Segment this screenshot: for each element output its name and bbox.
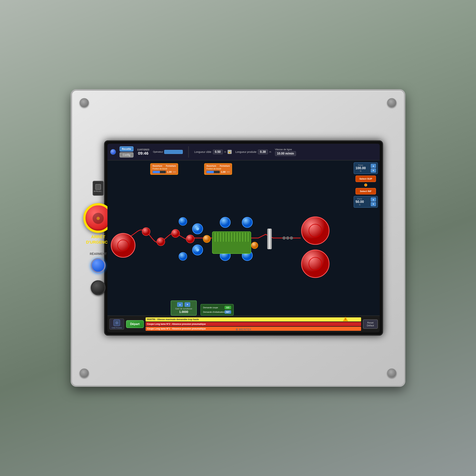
black-button[interactable] (91, 280, 106, 295)
svg-point-4 (157, 238, 165, 246)
ctrl-box-1-close-label: Fermeture (166, 165, 176, 167)
right-panel: Force 100.00 N ▲ ▼ Select SUP (354, 162, 378, 208)
svg-point-3 (142, 228, 150, 236)
bolt-bottom-right (387, 369, 396, 378)
svg-point-43 (290, 237, 293, 239)
force-sup-arrows: ▲ ▼ (371, 164, 376, 172)
demande-init-label: Demande d'initialisation (203, 311, 225, 313)
demand-gain-area: ▲ ▼ Gain de survitesse 1.0000 Demande co… (171, 301, 234, 316)
warning-exclamation: ! (345, 318, 346, 320)
ctrl-box-1-position-label: Position de travail (153, 168, 176, 170)
select-sup-button[interactable]: Select SUP (356, 175, 376, 182)
longueur-cible-unit: m (224, 151, 226, 153)
warning-icon-container: ! (343, 317, 348, 321)
lock-icon: 🔒 (228, 150, 232, 154)
ctrl-box-2: Ouverture Fermeture Position de travail … (204, 163, 232, 175)
vitesse-ligne-value: 10.00 m/min (275, 151, 296, 156)
estop-label: ARRÊT D'URGENCE (86, 234, 110, 245)
svg-point-5 (171, 229, 180, 238)
longueur-cible-box: Longueur cible 0.50 m 🔒 (194, 150, 232, 154)
ctrl-box-2-value: 1.00 (221, 170, 225, 173)
force-sup-box: Force 100.00 N ▲ ▼ (354, 162, 378, 174)
gain-label: Gain de survitesse (173, 307, 194, 310)
svg-point-9 (220, 217, 230, 227)
rearment-container: RÉARMENT (90, 253, 107, 273)
force-inf-unit: N (356, 204, 364, 206)
orange-indicator (364, 184, 367, 187)
demande-init-btn[interactable]: INIT (225, 310, 231, 314)
ctrl-box-1-unit: mm (173, 171, 176, 173)
key-switch[interactable]: INTRUSO... (93, 181, 104, 196)
force-sup-label: Force (356, 164, 366, 166)
recette-button[interactable]: Recette (119, 146, 134, 152)
gain-box: ▲ ▼ Gain de survitesse 1.0000 (171, 301, 197, 316)
gain-down-btn[interactable]: ▼ (185, 302, 190, 307)
longueur-produite-value: 0.38 (258, 150, 268, 154)
alarm-item-1: PANTIN : Vitesse maximale demandée trop … (146, 317, 361, 322)
demande-coupe-btn[interactable]: GO (225, 306, 231, 309)
force-inf-down-btn[interactable]: ▼ (371, 202, 376, 206)
force-inf-box: Force 50.00 N ▲ ▼ (354, 196, 378, 208)
vitesse-ligne-box: Vitesse de ligne 10.00 m/min (275, 148, 296, 156)
operator-row: Opérateur (153, 150, 183, 154)
hmi-screen: Recette Config 11/07/2023 09:46 Opérateu… (107, 144, 380, 332)
force-sup-up-btn[interactable]: ▲ (371, 164, 376, 168)
svg-point-13 (179, 252, 187, 260)
force-sup-value: 100.00 (356, 166, 366, 170)
alarm-item-2: Coupe Long lame N°2 : Absence pression p… (146, 322, 361, 326)
svg-point-44 (196, 227, 199, 230)
force-sup-down-btn[interactable]: ▼ (371, 169, 376, 172)
force-inf-up-btn[interactable]: ▲ (371, 197, 376, 202)
status-dot (110, 149, 116, 155)
ctrl-box-1-value: 1.00 (167, 170, 172, 173)
rearment-label: RÉARMENT (90, 253, 107, 256)
svg-point-45 (196, 248, 199, 251)
ctrl-box-2-open-label: Ouverture (206, 165, 216, 167)
ctrl-box-1-open-label: Ouverture (153, 165, 162, 167)
operator-label: Opérateur (153, 151, 163, 153)
top-bar: Recette Config 11/07/2023 09:46 Opérateu… (107, 144, 380, 160)
time-display: 09:46 (138, 151, 148, 156)
depart-button[interactable]: Départ (126, 320, 144, 328)
ctrl-box-2-close-label: Fermeture (220, 165, 230, 167)
recette-config-group: Recette Config (119, 146, 134, 157)
ctrl-box-2-unit: mm (227, 171, 230, 173)
rearment-button[interactable] (91, 258, 106, 273)
force-inf-label: Force (356, 198, 364, 200)
svg-point-41 (283, 237, 286, 239)
reset-button[interactable]: Reset Défaut (363, 320, 378, 329)
alarm-item-3: Coupe Long lame N°1 : Absence pression p… (146, 327, 361, 331)
longueur-produite-label: Longueur produite (235, 151, 256, 153)
select-inf-button[interactable]: Select INF (356, 188, 376, 194)
weintek-logo: ⊞ WE!NTEK (236, 328, 251, 331)
force-inf-arrows: ▲ ▼ (371, 197, 376, 206)
force-inf-value: 50.00 (356, 200, 364, 204)
longueur-produite-unit: m (270, 151, 271, 153)
gain-up-btn[interactable]: ▲ (177, 302, 183, 307)
machinery-diagram (107, 160, 380, 316)
cnm-logo[interactable]: ⊙ CNM Process (109, 319, 124, 330)
hmi-screen-wrapper: Recette Config 11/07/2023 09:46 Opérateu… (104, 140, 383, 336)
svg-point-14 (179, 217, 187, 225)
svg-rect-40 (268, 229, 272, 249)
svg-point-42 (286, 237, 289, 239)
longueur-cible-value: 0.50 (213, 150, 223, 154)
ctrl-box-1: Ouverture Fermeture Position de travail … (150, 163, 178, 175)
gain-value: 1.0000 (173, 310, 194, 314)
vitesse-ligne-label: Vitesse de ligne (275, 148, 296, 151)
demand-box: Demande coupe GO Demande d'initialisatio… (201, 304, 234, 316)
demande-coupe-label: Demande coupe (203, 306, 218, 309)
force-sup-unit: N (356, 170, 366, 172)
separator (188, 146, 189, 157)
svg-point-15 (203, 235, 210, 243)
svg-point-19 (251, 242, 258, 249)
bolt-top-right (387, 98, 396, 107)
date-display: 11/07/2023 (137, 148, 149, 151)
datetime-area: 11/07/2023 09:46 (137, 148, 149, 156)
config-button[interactable]: Config (119, 152, 134, 157)
alarm-list: PANTIN : Vitesse maximale demandée trop … (146, 317, 361, 331)
svg-point-11 (242, 217, 252, 227)
longueur-produite-box: Longueur produite 0.38 m (235, 150, 271, 154)
operator-input[interactable] (164, 150, 183, 154)
main-content-area: Ouverture Fermeture Position de travail … (107, 160, 380, 316)
